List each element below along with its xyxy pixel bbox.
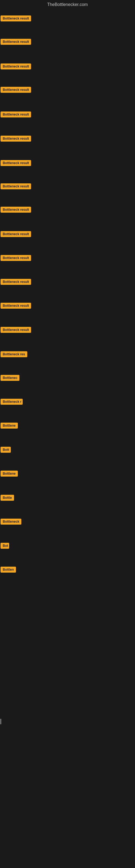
item-row-3: Bottleneck result (1, 63, 31, 70)
item-row-8: Bottleneck result (1, 183, 31, 190)
item-row-17: Bottleneck r (1, 399, 23, 406)
bottleneck-badge[interactable]: Bottleneck result (1, 231, 31, 237)
item-row-10: Bottleneck result (1, 231, 31, 238)
bottleneck-badge[interactable]: Bottlenec (1, 375, 19, 381)
item-row-7: Bottleneck result (1, 160, 31, 167)
bottleneck-badge[interactable]: Bottle (1, 495, 14, 501)
item-row-18: Bottlene (1, 423, 18, 430)
bottleneck-badge[interactable]: Bott (1, 447, 11, 453)
bottleneck-badge[interactable]: Bottlene (1, 471, 18, 476)
item-row-2: Bottleneck result (1, 39, 31, 46)
bottleneck-badge[interactable]: Bottleneck result (1, 207, 31, 213)
bottleneck-badge[interactable]: Bottlene (1, 423, 18, 429)
bottleneck-badge[interactable]: Bottleneck result (1, 160, 31, 166)
item-row-6: Bottleneck result (1, 135, 31, 143)
item-row-11: Bottleneck result (1, 255, 31, 262)
bottleneck-badge[interactable]: Bottleneck result (1, 39, 31, 45)
item-row-12: Bottleneck result (1, 279, 31, 286)
bottleneck-badge[interactable]: Bottleneck res (1, 351, 27, 357)
item-row-23: Bot (1, 543, 9, 550)
item-row-22: Bottleneck (1, 519, 21, 526)
item-row-14: Bottleneck result (1, 327, 31, 334)
item-row-24: Bottlen (1, 567, 16, 574)
bottleneck-badge[interactable]: Bottleneck result (1, 112, 31, 118)
bottleneck-badge[interactable]: Bottleneck result (1, 255, 31, 261)
bottleneck-badge[interactable]: Bottleneck result (1, 327, 31, 333)
items-container (0, 9, 135, 10)
item-row-9: Bottleneck result (1, 207, 31, 214)
cursor (1, 719, 1, 724)
bottleneck-badge[interactable]: Bottleneck result (1, 135, 31, 142)
item-row-15: Bottleneck res (1, 351, 27, 358)
item-row-5: Bottleneck result (1, 112, 31, 119)
item-row-1: Bottleneck result (1, 16, 31, 23)
bottleneck-badge[interactable]: Bottleneck result (1, 87, 31, 93)
bottleneck-badge[interactable]: Bot (1, 543, 9, 549)
item-row-16: Bottlenec (1, 375, 19, 382)
bottleneck-badge[interactable]: Bottleneck result (1, 63, 31, 69)
bottleneck-badge[interactable]: Bottlen (1, 567, 16, 572)
item-row-21: Bottle (1, 495, 14, 502)
bottleneck-badge[interactable]: Bottleneck (1, 519, 21, 525)
item-row-19: Bott (1, 447, 11, 454)
bottleneck-badge[interactable]: Bottleneck result (1, 16, 31, 22)
bottleneck-badge[interactable]: Bottleneck r (1, 399, 23, 405)
bottleneck-badge[interactable]: Bottleneck result (1, 303, 31, 309)
item-row-4: Bottleneck result (1, 87, 31, 94)
site-title: TheBottlenecker.com (0, 0, 135, 9)
item-row-20: Bottlene (1, 471, 18, 478)
bottleneck-badge[interactable]: Bottleneck result (1, 279, 31, 285)
bottleneck-badge[interactable]: Bottleneck result (1, 183, 31, 189)
item-row-13: Bottleneck result (1, 303, 31, 310)
